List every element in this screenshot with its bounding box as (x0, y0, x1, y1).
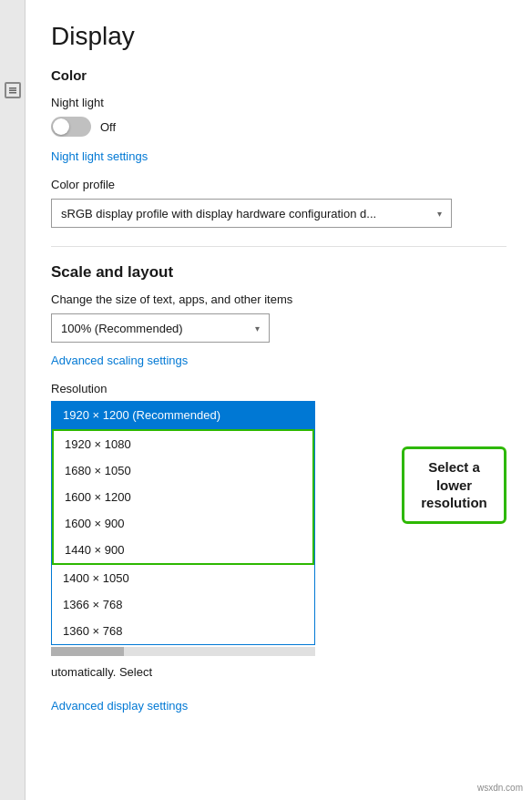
resolution-selected[interactable]: 1920 × 1200 (Recommended) (52, 402, 314, 428)
sidebar-icon[interactable] (5, 82, 21, 98)
list-item[interactable]: 1366 × 768 (52, 591, 314, 618)
list-item[interactable]: 1400 × 1050 (52, 565, 314, 591)
night-light-settings-link[interactable]: Night light settings (51, 149, 148, 163)
watermark: wsxdn.com (477, 783, 523, 793)
sidebar (0, 0, 26, 800)
night-light-toggle[interactable] (51, 117, 91, 137)
list-item[interactable]: 1440 × 900 (52, 537, 314, 565)
list-item[interactable]: 1600 × 900 (52, 510, 314, 537)
main-content: Display Color Night light Off Night ligh… (26, 0, 532, 800)
night-light-row: Off (51, 117, 506, 137)
scrollbar[interactable] (51, 647, 315, 656)
svg-rect-0 (9, 87, 16, 89)
resolution-list: 1920 × 1080 1680 × 1050 1600 × 1200 1600… (51, 429, 315, 645)
list-item[interactable]: 1600 × 1200 (52, 484, 314, 510)
svg-rect-2 (9, 92, 16, 94)
scale-value: 100% (Recommended) (61, 322, 183, 335)
advanced-display-settings-link[interactable]: Advanced display settings (51, 699, 506, 713)
callout-box: Select a lower resolution (402, 446, 506, 524)
toggle-knob (53, 118, 69, 135)
night-light-state: Off (100, 120, 116, 134)
page-title: Display (51, 22, 506, 51)
section-divider (51, 246, 506, 247)
advanced-scaling-link[interactable]: Advanced scaling settings (51, 354, 188, 367)
night-light-label: Night light (51, 96, 506, 109)
color-profile-label: Color profile (51, 178, 506, 191)
scale-arrow: ▾ (255, 323, 260, 333)
callout-text: Select a lower resolution (421, 459, 487, 510)
scale-dropdown[interactable]: 100% (Recommended) ▾ (51, 313, 270, 343)
resolution-dropdown-container: 1920 × 1200 (Recommended) 1920 × 1080 16… (51, 401, 315, 656)
bottom-partial-text: utomatically. Select (51, 660, 506, 684)
scale-section-title: Scale and layout (51, 263, 506, 282)
svg-rect-1 (9, 90, 16, 92)
scale-size-label: Change the size of text, apps, and other… (51, 292, 506, 306)
color-profile-dropdown[interactable]: sRGB display profile with display hardwa… (51, 199, 452, 228)
list-item[interactable]: 1360 × 768 (52, 618, 314, 644)
resolution-dropdown[interactable]: 1920 × 1200 (Recommended) (51, 401, 315, 429)
color-profile-arrow: ▾ (437, 209, 442, 219)
scrollbar-thumb (51, 647, 124, 656)
color-profile-value: sRGB display profile with display hardwa… (61, 207, 376, 221)
list-item[interactable]: 1920 × 1080 (52, 429, 314, 457)
color-section-title: Color (51, 67, 506, 83)
resolution-label: Resolution (51, 382, 506, 395)
list-item[interactable]: 1680 × 1050 (52, 457, 314, 484)
